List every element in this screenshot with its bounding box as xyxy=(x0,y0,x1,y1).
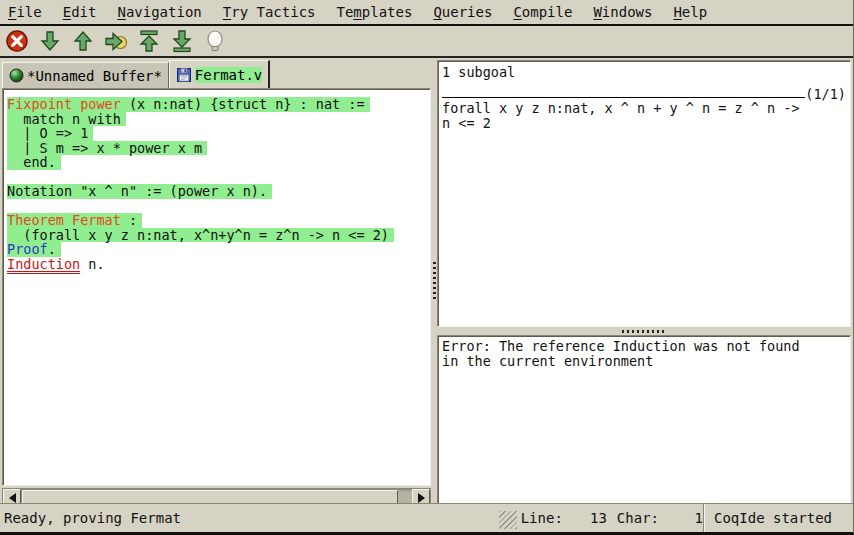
tab-bar: *Unnamed Buffer*Fermat.v xyxy=(0,60,431,88)
coqide-window: FileEditNavigationTry TacticsTemplatesQu… xyxy=(0,0,854,535)
code-line: Proof. xyxy=(7,242,430,257)
code-line: | O => 1 xyxy=(7,126,430,141)
tab-unnamed-buffer[interactable]: *Unnamed Buffer* xyxy=(2,62,169,88)
splitter-handle-icon xyxy=(622,330,666,333)
char-value: 1 xyxy=(659,510,703,526)
menu-try-tactics[interactable]: Try Tactics xyxy=(223,4,316,20)
statusbar: Ready, proving Fermat Line: 13 Char: 1 C… xyxy=(0,503,853,532)
goal-counter: (1/1) xyxy=(805,87,846,102)
menu-help[interactable]: Help xyxy=(673,4,707,20)
goal-separator: (1/1) xyxy=(442,80,846,101)
left-arrow-icon xyxy=(9,493,16,503)
subgoal-count: 1 subgoal xyxy=(442,65,846,80)
unsaved-dot-icon xyxy=(9,68,24,83)
main-area: *Unnamed Buffer*Fermat.v Fixpoint power … xyxy=(0,60,853,503)
splitter-handle-icon xyxy=(433,262,436,302)
tab-label: *Unnamed Buffer* xyxy=(27,68,162,84)
stop-button[interactable] xyxy=(3,28,30,55)
char-label: Char: xyxy=(617,510,659,526)
up-arrow-icon xyxy=(70,28,96,54)
cursor-position: Line: 13 Char: 1 xyxy=(517,510,703,526)
backward-button[interactable] xyxy=(69,28,96,55)
code-line: match n with xyxy=(7,112,430,127)
horizontal-splitter[interactable] xyxy=(437,327,851,335)
goal-rule-line xyxy=(442,97,805,98)
resize-grip[interactable] xyxy=(499,511,517,529)
tab-fermat.v[interactable]: Fermat.v xyxy=(169,60,270,88)
menubar: FileEditNavigationTry TacticsTemplatesQu… xyxy=(0,0,853,26)
code-line: | S m => x * power x m xyxy=(7,141,430,156)
goal-line: forall x y z n:nat, x ^ n + y ^ n = z ^ … xyxy=(442,101,846,116)
goto-start-button[interactable] xyxy=(135,28,162,55)
menu-windows[interactable]: Windows xyxy=(593,4,652,20)
messages-panel[interactable]: Error: The reference Induction was not f… xyxy=(437,335,851,506)
menu-file[interactable]: File xyxy=(8,4,42,20)
code-line: Theorem Fermat : xyxy=(7,213,430,228)
goal-line: n <= 2 xyxy=(442,116,846,131)
goto-end-icon xyxy=(169,28,195,54)
toolbar xyxy=(0,26,853,58)
lightbulb-icon xyxy=(202,28,228,54)
goto-end-button[interactable] xyxy=(168,28,195,55)
code-line xyxy=(7,170,430,185)
goal-text: forall x y z n:nat, x ^ n + y ^ n = z ^ … xyxy=(442,101,846,130)
code-line: Induction n. xyxy=(7,257,430,272)
proof-column: 1 subgoal (1/1) forall x y z n:nat, x ^ … xyxy=(437,60,851,503)
floppy-disk-icon xyxy=(176,67,192,83)
menu-templates[interactable]: Templates xyxy=(337,4,413,20)
status-message: Ready, proving Fermat xyxy=(0,510,499,526)
goto-start-icon xyxy=(136,28,162,54)
code-line: Fixpoint power (x n:nat) {struct n} : na… xyxy=(7,97,430,112)
editor-column: *Unnamed Buffer*Fermat.v Fixpoint power … xyxy=(0,60,431,503)
down-arrow-icon xyxy=(37,28,63,54)
app-status: CoqIde started xyxy=(703,504,853,532)
forward-button[interactable] xyxy=(36,28,63,55)
error-message: Error: The reference Induction was not f… xyxy=(442,339,846,368)
message-line: Error: The reference Induction was not f… xyxy=(442,339,846,354)
goto-cursor-button[interactable] xyxy=(102,28,129,55)
code-line xyxy=(7,199,430,214)
hint-button[interactable] xyxy=(201,28,228,55)
menu-compile[interactable]: Compile xyxy=(513,4,572,20)
goto-cursor-icon xyxy=(103,28,129,54)
menu-queries[interactable]: Queries xyxy=(433,4,492,20)
script-editor[interactable]: Fixpoint power (x n:nat) {struct n} : na… xyxy=(2,88,431,486)
menu-navigation[interactable]: Navigation xyxy=(117,4,201,20)
code-line: (forall x y z n:nat, x^n+y^n = z^n -> n … xyxy=(7,228,430,243)
message-line: in the current environment xyxy=(442,354,846,369)
stop-icon xyxy=(4,28,30,54)
line-value: 13 xyxy=(563,510,607,526)
tab-label: Fermat.v xyxy=(195,67,262,83)
right-arrow-icon xyxy=(418,493,425,503)
goals-panel[interactable]: 1 subgoal (1/1) forall x y z n:nat, x ^ … xyxy=(437,60,851,327)
menu-edit[interactable]: Edit xyxy=(63,4,97,20)
code-line: Notation "x ^ n" := (power x n). xyxy=(7,184,430,199)
code-line: end. xyxy=(7,155,430,170)
line-label: Line: xyxy=(521,510,563,526)
